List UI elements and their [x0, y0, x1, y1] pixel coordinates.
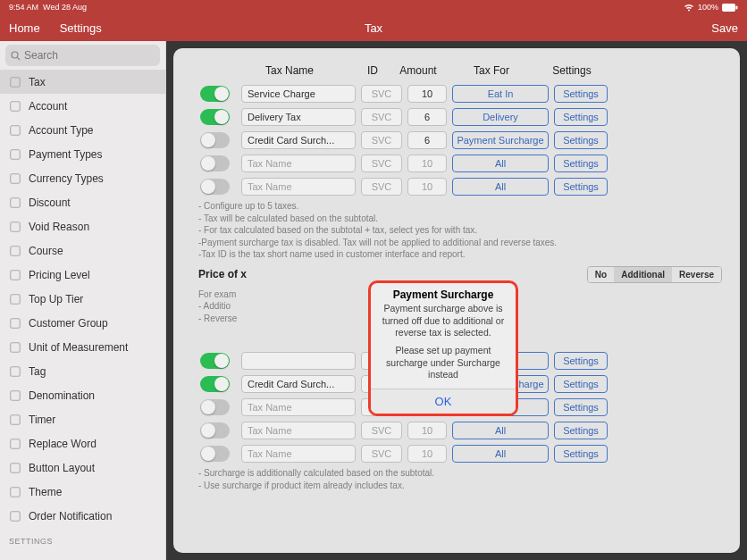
sidebar-item-label: Tag [29, 365, 46, 378]
svg-rect-10 [11, 221, 21, 231]
wifi-icon [684, 4, 694, 12]
search-icon [11, 51, 21, 61]
svg-rect-17 [11, 390, 21, 400]
sidebar-section-settings: SETTINGS [0, 528, 165, 547]
sidebar-item-unit-of-measurement[interactable]: Unit of Measurement [0, 335, 165, 359]
sidebar-item-account-type[interactable]: Account Type [0, 118, 165, 142]
sidebar-item-tag[interactable]: Tag [0, 359, 165, 383]
sidebar-item-label: Pricing Level [29, 269, 90, 281]
sidebar-item-course[interactable]: Course [0, 238, 165, 263]
sidebar-item-label: Currency Types [29, 172, 104, 185]
sidebar-item-void-reason[interactable]: Void Reason [0, 214, 165, 238]
sidebar-item-top-up-tier[interactable]: Top Up Tier [0, 287, 165, 311]
payment-surcharge-modal: Payment Surcharge Payment surcharge abov… [368, 280, 518, 416]
search-input[interactable]: Search [5, 45, 160, 66]
status-bar: 9:54 AM Wed 28 Aug 100% [0, 0, 747, 14]
sidebar-item-label: Unit of Measurement [29, 341, 128, 354]
sidebar-item-currency-types[interactable]: Currency Types [0, 166, 165, 190]
settings-button[interactable]: Settings [60, 21, 102, 35]
modal-body-2: Please set up payment surcharge under Su… [378, 345, 508, 381]
sidebar-item-label: Payment Types [29, 148, 103, 161]
sidebar-item-label: Timer [29, 414, 55, 426]
svg-rect-9 [11, 197, 21, 207]
sidebar-item-label: Top Up Tier [29, 293, 83, 305]
svg-rect-4 [11, 77, 21, 87]
svg-rect-15 [11, 342, 21, 352]
navbar: Home Settings Tax Save [0, 14, 747, 41]
svg-rect-22 [11, 511, 21, 521]
svg-rect-16 [11, 366, 21, 376]
svg-line-3 [17, 57, 20, 60]
sidebar-item-label: Order Notification [29, 510, 112, 522]
sidebar-item-label: Discount [29, 196, 71, 209]
sidebar-item-account[interactable]: Account [0, 94, 165, 118]
svg-rect-7 [11, 149, 21, 159]
svg-rect-1 [736, 5, 738, 9]
sidebar-item-label: Theme [29, 486, 62, 498]
sidebar-item-label: Button Layout [29, 462, 95, 474]
sidebar-item-label: Tax [29, 76, 46, 88]
sidebar-item-button-layout[interactable]: Button Layout [0, 456, 165, 480]
modal-overlay: Payment Surcharge Payment surcharge abov… [166, 41, 747, 560]
sidebar-item-tax[interactable]: Tax [0, 70, 165, 94]
sidebar-item-discount[interactable]: Discount [0, 190, 165, 214]
sidebar: Search TaxAccountAccount TypePayment Typ… [0, 41, 166, 560]
sidebar-item-label: Customer Group [29, 317, 108, 330]
svg-point-2 [12, 52, 18, 58]
sidebar-item-payment-types[interactable]: Payment Types [0, 142, 165, 166]
sidebar-item-pricing-level[interactable]: Pricing Level [0, 263, 165, 287]
sidebar-item-label: Void Reason [29, 221, 89, 233]
sidebar-item-label: Denomination [29, 389, 95, 402]
modal-title: Payment Surcharge [371, 283, 516, 301]
save-button[interactable]: Save [711, 21, 738, 35]
sidebar-item-label: Account Type [29, 124, 94, 137]
sidebar-item-label: Course [29, 245, 63, 257]
svg-rect-14 [11, 318, 21, 328]
sidebar-item-denomination[interactable]: Denomination [0, 383, 165, 407]
svg-rect-5 [11, 101, 21, 111]
sidebar-item-order-notification[interactable]: Order Notification [0, 504, 165, 528]
modal-ok-button[interactable]: OK [371, 389, 516, 414]
sidebar-item-label: Replace Word [29, 438, 97, 450]
svg-rect-19 [11, 439, 21, 448]
battery-icon [722, 4, 738, 12]
sidebar-item-replace-word[interactable]: Replace Word [0, 431, 165, 456]
svg-rect-13 [11, 294, 21, 304]
sidebar-item-label: Account [29, 100, 67, 113]
svg-rect-21 [11, 487, 21, 497]
svg-rect-6 [11, 125, 21, 135]
svg-rect-12 [11, 270, 21, 280]
sidebar-item-timer[interactable]: Timer [0, 407, 165, 431]
svg-rect-18 [11, 414, 21, 424]
svg-rect-20 [11, 463, 21, 472]
sidebar-item-customer-group[interactable]: Customer Group [0, 311, 165, 335]
svg-rect-11 [11, 246, 21, 255]
modal-body-1: Payment surcharge above is turned off du… [378, 303, 508, 339]
sidebar-item-theme[interactable]: Theme [0, 480, 165, 504]
page-title: Tax [365, 21, 382, 35]
svg-rect-8 [11, 173, 21, 183]
home-button[interactable]: Home [9, 21, 40, 35]
svg-rect-0 [722, 4, 735, 12]
